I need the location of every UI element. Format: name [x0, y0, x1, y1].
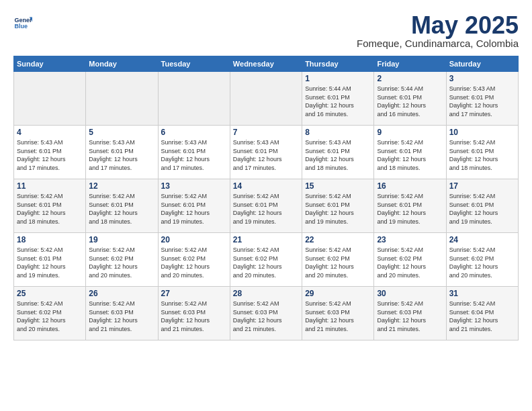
day-number: 26 [89, 289, 154, 298]
day-info: Sunrise: 5:42 AM Sunset: 6:01 PM Dayligh… [377, 192, 443, 226]
day-number: 17 [449, 181, 515, 191]
day-info: Sunrise: 5:42 AM Sunset: 6:04 PM Dayligh… [449, 300, 515, 333]
page-header: General Blue May 2025 Fomeque, Cundinama… [13, 13, 519, 49]
day-number: 19 [89, 235, 154, 244]
day-info: Sunrise: 5:42 AM Sunset: 6:03 PM Dayligh… [161, 300, 227, 333]
calendar-cell: 1Sunrise: 5:44 AM Sunset: 6:01 PM Daylig… [302, 72, 374, 126]
day-number: 31 [449, 289, 515, 298]
day-info: Sunrise: 5:42 AM Sunset: 6:01 PM Dayligh… [161, 192, 227, 226]
calendar-cell: 26Sunrise: 5:42 AM Sunset: 6:03 PM Dayli… [86, 287, 158, 340]
day-number: 27 [161, 289, 227, 298]
day-number: 30 [377, 289, 443, 298]
svg-text:Blue: Blue [14, 23, 28, 30]
calendar-cell: 8Sunrise: 5:43 AM Sunset: 6:01 PM Daylig… [302, 126, 374, 179]
calendar-cell: 11Sunrise: 5:42 AM Sunset: 6:01 PM Dayli… [14, 179, 86, 233]
calendar-cell: 3Sunrise: 5:43 AM Sunset: 6:01 PM Daylig… [446, 72, 518, 126]
day-number: 14 [233, 181, 299, 191]
calendar-cell: 20Sunrise: 5:42 AM Sunset: 6:02 PM Dayli… [158, 233, 230, 287]
weekday-header: Saturday [446, 56, 518, 72]
calendar-week-row: 18Sunrise: 5:42 AM Sunset: 6:01 PM Dayli… [14, 233, 519, 287]
day-info: Sunrise: 5:42 AM Sunset: 6:02 PM Dayligh… [305, 246, 371, 279]
day-info: Sunrise: 5:42 AM Sunset: 6:01 PM Dayligh… [17, 246, 83, 279]
calendar-week-row: 11Sunrise: 5:42 AM Sunset: 6:01 PM Dayli… [14, 179, 519, 233]
day-info: Sunrise: 5:42 AM Sunset: 6:02 PM Dayligh… [233, 246, 299, 279]
calendar-week-row: 4Sunrise: 5:43 AM Sunset: 6:01 PM Daylig… [14, 126, 519, 179]
day-number: 9 [377, 128, 443, 137]
weekday-header: Friday [374, 56, 446, 72]
day-info: Sunrise: 5:42 AM Sunset: 6:02 PM Dayligh… [89, 246, 154, 279]
day-number: 29 [305, 289, 371, 298]
day-number: 2 [377, 74, 443, 83]
calendar-cell [14, 72, 86, 126]
day-info: Sunrise: 5:43 AM Sunset: 6:01 PM Dayligh… [17, 138, 83, 172]
calendar-cell: 22Sunrise: 5:42 AM Sunset: 6:02 PM Dayli… [302, 233, 374, 287]
location-title: Fomeque, Cundinamarca, Colombia [357, 38, 519, 49]
day-number: 22 [305, 235, 371, 244]
weekday-header: Monday [86, 56, 158, 72]
day-info: Sunrise: 5:43 AM Sunset: 6:01 PM Dayligh… [449, 85, 515, 118]
day-info: Sunrise: 5:42 AM Sunset: 6:01 PM Dayligh… [305, 192, 371, 226]
calendar-cell: 21Sunrise: 5:42 AM Sunset: 6:02 PM Dayli… [230, 233, 302, 287]
day-number: 4 [17, 128, 83, 137]
day-number: 28 [233, 289, 299, 298]
day-info: Sunrise: 5:42 AM Sunset: 6:03 PM Dayligh… [89, 300, 154, 333]
calendar-cell: 12Sunrise: 5:42 AM Sunset: 6:01 PM Dayli… [86, 179, 158, 233]
day-number: 16 [377, 181, 443, 191]
day-info: Sunrise: 5:42 AM Sunset: 6:02 PM Dayligh… [17, 300, 83, 333]
calendar-cell: 28Sunrise: 5:42 AM Sunset: 6:03 PM Dayli… [230, 287, 302, 340]
svg-text:General: General [14, 17, 32, 24]
calendar-header-row: SundayMondayTuesdayWednesdayThursdayFrid… [14, 56, 519, 72]
day-number: 3 [449, 74, 515, 83]
calendar-week-row: 25Sunrise: 5:42 AM Sunset: 6:02 PM Dayli… [14, 287, 519, 340]
day-number: 6 [161, 128, 227, 137]
weekday-header: Sunday [14, 56, 86, 72]
logo-icon: General Blue [13, 13, 32, 32]
day-number: 1 [305, 74, 371, 83]
day-number: 21 [233, 235, 299, 244]
day-number: 13 [161, 181, 227, 191]
calendar-cell: 7Sunrise: 5:43 AM Sunset: 6:01 PM Daylig… [230, 126, 302, 179]
logo: General Blue [13, 13, 32, 32]
day-info: Sunrise: 5:43 AM Sunset: 6:01 PM Dayligh… [305, 138, 371, 172]
calendar-cell: 5Sunrise: 5:43 AM Sunset: 6:01 PM Daylig… [86, 126, 158, 179]
day-info: Sunrise: 5:42 AM Sunset: 6:03 PM Dayligh… [233, 300, 299, 333]
calendar-cell: 24Sunrise: 5:42 AM Sunset: 6:02 PM Dayli… [446, 233, 518, 287]
calendar-cell: 15Sunrise: 5:42 AM Sunset: 6:01 PM Dayli… [302, 179, 374, 233]
calendar-cell: 4Sunrise: 5:43 AM Sunset: 6:01 PM Daylig… [14, 126, 86, 179]
day-info: Sunrise: 5:44 AM Sunset: 6:01 PM Dayligh… [377, 85, 443, 118]
day-info: Sunrise: 5:42 AM Sunset: 6:01 PM Dayligh… [449, 138, 515, 172]
day-number: 20 [161, 235, 227, 244]
day-info: Sunrise: 5:42 AM Sunset: 6:01 PM Dayligh… [233, 192, 299, 226]
calendar-cell [158, 72, 230, 126]
day-number: 10 [449, 128, 515, 137]
day-info: Sunrise: 5:43 AM Sunset: 6:01 PM Dayligh… [89, 138, 154, 172]
calendar-cell: 10Sunrise: 5:42 AM Sunset: 6:01 PM Dayli… [446, 126, 518, 179]
calendar-cell: 17Sunrise: 5:42 AM Sunset: 6:01 PM Dayli… [446, 179, 518, 233]
day-number: 24 [449, 235, 515, 244]
calendar-cell: 14Sunrise: 5:42 AM Sunset: 6:01 PM Dayli… [230, 179, 302, 233]
calendar-cell: 25Sunrise: 5:42 AM Sunset: 6:02 PM Dayli… [14, 287, 86, 340]
day-info: Sunrise: 5:42 AM Sunset: 6:02 PM Dayligh… [161, 246, 227, 279]
calendar-cell [230, 72, 302, 126]
title-block: May 2025 Fomeque, Cundinamarca, Colombia [357, 13, 519, 49]
calendar-cell: 6Sunrise: 5:43 AM Sunset: 6:01 PM Daylig… [158, 126, 230, 179]
month-title: May 2025 [357, 13, 519, 38]
calendar-cell: 23Sunrise: 5:42 AM Sunset: 6:02 PM Dayli… [374, 233, 446, 287]
day-number: 15 [305, 181, 371, 191]
day-number: 12 [89, 181, 154, 191]
calendar-cell: 30Sunrise: 5:42 AM Sunset: 6:03 PM Dayli… [374, 287, 446, 340]
weekday-header: Tuesday [158, 56, 230, 72]
day-number: 18 [17, 235, 83, 244]
calendar-cell: 19Sunrise: 5:42 AM Sunset: 6:02 PM Dayli… [86, 233, 158, 287]
day-number: 5 [89, 128, 154, 137]
day-info: Sunrise: 5:44 AM Sunset: 6:01 PM Dayligh… [305, 85, 371, 118]
day-info: Sunrise: 5:42 AM Sunset: 6:01 PM Dayligh… [449, 192, 515, 226]
day-info: Sunrise: 5:42 AM Sunset: 6:02 PM Dayligh… [449, 246, 515, 279]
calendar-body: 1Sunrise: 5:44 AM Sunset: 6:01 PM Daylig… [14, 72, 519, 340]
calendar-table: SundayMondayTuesdayWednesdayThursdayFrid… [13, 56, 519, 340]
weekday-header: Thursday [302, 56, 374, 72]
day-number: 25 [17, 289, 83, 298]
calendar-week-row: 1Sunrise: 5:44 AM Sunset: 6:01 PM Daylig… [14, 72, 519, 126]
calendar-cell: 29Sunrise: 5:42 AM Sunset: 6:03 PM Dayli… [302, 287, 374, 340]
calendar-cell: 9Sunrise: 5:42 AM Sunset: 6:01 PM Daylig… [374, 126, 446, 179]
